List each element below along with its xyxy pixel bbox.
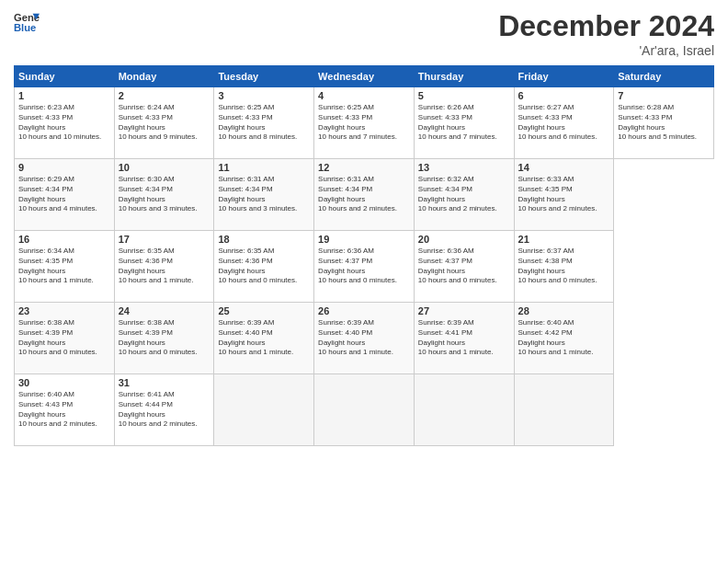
day-info: Sunrise: 6:36 AMSunset: 4:37 PMDaylight … — [318, 247, 410, 286]
day-number: 17 — [119, 234, 210, 245]
day-number: 5 — [418, 90, 510, 101]
day-number: 24 — [119, 305, 210, 316]
day-number: 12 — [318, 162, 410, 173]
day-info: Sunrise: 6:27 AMSunset: 4:33 PMDaylight … — [518, 103, 610, 143]
day-number: 31 — [119, 377, 210, 388]
day-number: 10 — [119, 162, 210, 173]
empty-cell — [514, 374, 614, 446]
day-cell-3: 3Sunrise: 6:25 AMSunset: 4:33 PMDaylight… — [214, 87, 314, 159]
logo: General Blue — [14, 9, 43, 35]
day-cell-5: 5Sunrise: 6:26 AMSunset: 4:33 PMDaylight… — [414, 87, 514, 159]
week-row-2: 9Sunrise: 6:29 AMSunset: 4:34 PMDaylight… — [15, 159, 714, 231]
day-number: 9 — [18, 162, 110, 173]
day-number: 6 — [518, 90, 610, 101]
day-cell-19: 19Sunrise: 6:36 AMSunset: 4:37 PMDayligh… — [314, 231, 415, 303]
page: General Blue December 2024 'Ar'ara, Isra… — [0, 0, 728, 563]
week-row-1: 1Sunrise: 6:23 AMSunset: 4:33 PMDaylight… — [15, 87, 714, 159]
day-info: Sunrise: 6:30 AMSunset: 4:34 PMDaylight … — [119, 175, 210, 214]
day-number: 3 — [218, 90, 310, 101]
day-number: 27 — [418, 305, 510, 316]
col-header-sunday: Sunday — [15, 66, 115, 87]
day-cell-18: 18Sunrise: 6:35 AMSunset: 4:36 PMDayligh… — [214, 231, 314, 303]
day-cell-1: 1Sunrise: 6:23 AMSunset: 4:33 PMDaylight… — [15, 87, 115, 159]
col-header-tuesday: Tuesday — [214, 66, 314, 87]
day-cell-25: 25Sunrise: 6:39 AMSunset: 4:40 PMDayligh… — [214, 303, 314, 374]
day-cell-24: 24Sunrise: 6:38 AMSunset: 4:39 PMDayligh… — [114, 303, 214, 374]
col-header-monday: Monday — [114, 66, 214, 87]
day-cell-17: 17Sunrise: 6:35 AMSunset: 4:36 PMDayligh… — [114, 231, 214, 303]
day-number: 7 — [618, 90, 710, 101]
day-info: Sunrise: 6:38 AMSunset: 4:39 PMDaylight … — [119, 318, 210, 358]
day-info: Sunrise: 6:24 AMSunset: 4:33 PMDaylight … — [119, 103, 210, 143]
day-info: Sunrise: 6:26 AMSunset: 4:33 PMDaylight … — [418, 103, 510, 143]
day-number: 2 — [119, 90, 210, 101]
day-number: 25 — [218, 305, 310, 316]
day-number: 26 — [318, 305, 410, 316]
day-cell-12: 12Sunrise: 6:31 AMSunset: 4:34 PMDayligh… — [314, 159, 415, 231]
day-info: Sunrise: 6:39 AMSunset: 4:41 PMDaylight … — [418, 318, 510, 358]
day-info: Sunrise: 6:34 AMSunset: 4:35 PMDaylight … — [18, 247, 110, 286]
day-info: Sunrise: 6:25 AMSunset: 4:33 PMDaylight … — [218, 103, 310, 143]
empty-cell — [214, 374, 314, 446]
week-row-5: 30Sunrise: 6:40 AMSunset: 4:43 PMDayligh… — [15, 374, 714, 446]
location: 'Ar'ara, Israel — [498, 43, 714, 58]
day-cell-27: 27Sunrise: 6:39 AMSunset: 4:41 PMDayligh… — [414, 303, 514, 374]
day-info: Sunrise: 6:35 AMSunset: 4:36 PMDaylight … — [119, 247, 210, 286]
day-number: 23 — [18, 305, 110, 316]
day-number: 19 — [318, 234, 410, 245]
day-cell-11: 11Sunrise: 6:31 AMSunset: 4:34 PMDayligh… — [214, 159, 314, 231]
day-number: 18 — [218, 234, 310, 245]
col-header-friday: Friday — [514, 66, 614, 87]
month-title: December 2024 — [498, 9, 714, 43]
empty-cell — [414, 374, 514, 446]
day-number: 28 — [518, 305, 610, 316]
day-info: Sunrise: 6:39 AMSunset: 4:40 PMDaylight … — [218, 318, 310, 358]
day-cell-21: 21Sunrise: 6:37 AMSunset: 4:38 PMDayligh… — [514, 231, 614, 303]
day-cell-9: 9Sunrise: 6:29 AMSunset: 4:34 PMDaylight… — [15, 159, 115, 231]
day-cell-4: 4Sunrise: 6:25 AMSunset: 4:33 PMDaylight… — [314, 87, 415, 159]
day-number: 11 — [218, 162, 310, 173]
day-cell-7: 7Sunrise: 6:28 AMSunset: 4:33 PMDaylight… — [614, 87, 714, 159]
day-number: 4 — [318, 90, 410, 101]
day-info: Sunrise: 6:31 AMSunset: 4:34 PMDaylight … — [218, 175, 310, 214]
day-cell-31: 31Sunrise: 6:41 AMSunset: 4:44 PMDayligh… — [114, 374, 214, 446]
day-info: Sunrise: 6:25 AMSunset: 4:33 PMDaylight … — [318, 103, 410, 143]
day-info: Sunrise: 6:31 AMSunset: 4:34 PMDaylight … — [318, 175, 410, 214]
day-cell-13: 13Sunrise: 6:32 AMSunset: 4:34 PMDayligh… — [414, 159, 514, 231]
day-cell-26: 26Sunrise: 6:39 AMSunset: 4:40 PMDayligh… — [314, 303, 415, 374]
day-number: 30 — [18, 377, 110, 388]
day-number: 1 — [18, 90, 110, 101]
day-info: Sunrise: 6:23 AMSunset: 4:33 PMDaylight … — [18, 103, 110, 143]
col-header-wednesday: Wednesday — [314, 66, 415, 87]
calendar-table: SundayMondayTuesdayWednesdayThursdayFrid… — [14, 65, 714, 446]
day-info: Sunrise: 6:29 AMSunset: 4:34 PMDaylight … — [18, 175, 110, 214]
empty-cell — [314, 374, 415, 446]
day-cell-2: 2Sunrise: 6:24 AMSunset: 4:33 PMDaylight… — [114, 87, 214, 159]
header: General Blue December 2024 'Ar'ara, Isra… — [14, 9, 714, 58]
day-number: 21 — [518, 234, 610, 245]
week-row-4: 23Sunrise: 6:38 AMSunset: 4:39 PMDayligh… — [15, 303, 714, 374]
day-info: Sunrise: 6:41 AMSunset: 4:44 PMDaylight … — [119, 390, 210, 430]
day-info: Sunrise: 6:28 AMSunset: 4:33 PMDaylight … — [618, 103, 710, 143]
day-cell-30: 30Sunrise: 6:40 AMSunset: 4:43 PMDayligh… — [15, 374, 115, 446]
col-header-saturday: Saturday — [614, 66, 714, 87]
logo-icon: General Blue — [14, 9, 40, 35]
day-cell-10: 10Sunrise: 6:30 AMSunset: 4:34 PMDayligh… — [114, 159, 214, 231]
week-row-3: 16Sunrise: 6:34 AMSunset: 4:35 PMDayligh… — [15, 231, 714, 303]
day-cell-6: 6Sunrise: 6:27 AMSunset: 4:33 PMDaylight… — [514, 87, 614, 159]
day-info: Sunrise: 6:37 AMSunset: 4:38 PMDaylight … — [518, 247, 610, 286]
svg-text:Blue: Blue — [14, 22, 36, 33]
day-number: 20 — [418, 234, 510, 245]
day-number: 14 — [518, 162, 610, 173]
day-number: 16 — [18, 234, 110, 245]
day-cell-23: 23Sunrise: 6:38 AMSunset: 4:39 PMDayligh… — [15, 303, 115, 374]
day-cell-28: 28Sunrise: 6:40 AMSunset: 4:42 PMDayligh… — [514, 303, 614, 374]
day-number: 13 — [418, 162, 510, 173]
day-cell-16: 16Sunrise: 6:34 AMSunset: 4:35 PMDayligh… — [15, 231, 115, 303]
col-header-thursday: Thursday — [414, 66, 514, 87]
day-info: Sunrise: 6:35 AMSunset: 4:36 PMDaylight … — [218, 247, 310, 286]
day-info: Sunrise: 6:36 AMSunset: 4:37 PMDaylight … — [418, 247, 510, 286]
day-info: Sunrise: 6:40 AMSunset: 4:43 PMDaylight … — [18, 390, 110, 430]
day-info: Sunrise: 6:33 AMSunset: 4:35 PMDaylight … — [518, 175, 610, 214]
day-info: Sunrise: 6:32 AMSunset: 4:34 PMDaylight … — [418, 175, 510, 214]
